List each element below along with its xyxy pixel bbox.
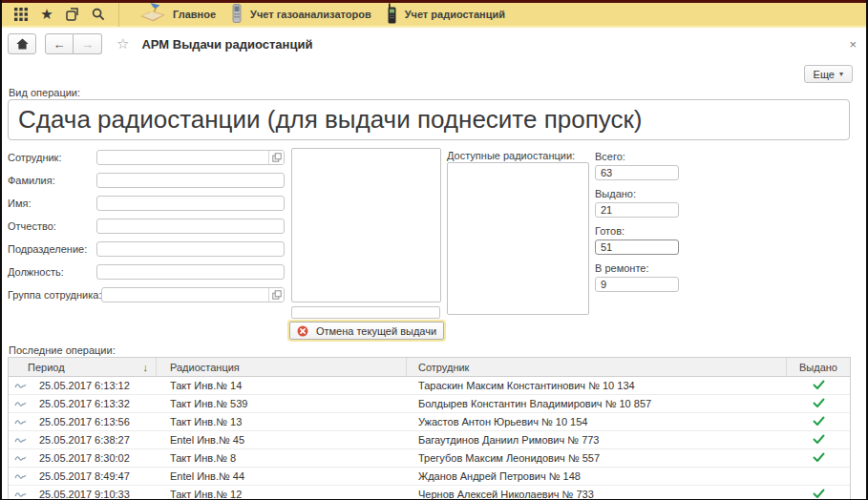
section-tab-gas-analyzers[interactable]: Учет газоанализаторов: [231, 3, 371, 26]
field-label: Фамилия:: [8, 175, 96, 186]
cell-issued: [787, 416, 850, 428]
last-operations-label: Последние операции:: [9, 344, 116, 356]
operation-kind-field[interactable]: Сдача радиостанции (для выдачи поднесите…: [8, 99, 850, 140]
cell-period: 25.05.2017 6:13:12: [9, 380, 157, 391]
cancel-red-icon: [297, 325, 308, 337]
field-input[interactable]: [96, 219, 285, 234]
register-record-icon: [14, 490, 27, 499]
counter-label: Готов:: [595, 225, 679, 237]
counters-panel: Всего: 63 Выдано: 21 Готов: 51 В ремонте…: [595, 151, 679, 300]
field-label: Группа сотрудника:: [8, 289, 101, 301]
table-row[interactable]: 25.05.2017 8:49:47 Entel Инв.№ 44 Жданов…: [9, 468, 850, 486]
search-icon[interactable]: [87, 4, 110, 25]
column-header-period[interactable]: Период ↓: [9, 358, 157, 376]
section-label-gas-analyzers: Учет газоанализаторов: [250, 9, 371, 20]
employee-form: Сотрудник: Фамилия: Имя: Отчество:: [8, 149, 285, 309]
register-record-icon: [14, 399, 27, 408]
section-label-radios: Учет радиостанций: [405, 9, 505, 20]
issued-check-icon: [813, 398, 825, 410]
table-row[interactable]: 25.05.2017 6:13:12 Такт Инв.№ 14 Тараски…: [9, 377, 850, 395]
forward-button[interactable]: →: [74, 33, 102, 54]
field-input[interactable]: [96, 196, 285, 211]
grid-menu-icon[interactable]: [10, 4, 32, 25]
field-input[interactable]: [96, 173, 285, 188]
column-header-employee[interactable]: Сотрудник: [407, 358, 787, 376]
toolbar-separator: [118, 2, 119, 27]
counter-value-field[interactable]: 51: [595, 240, 679, 255]
section-tab-main[interactable]: Главное: [138, 2, 216, 26]
cancel-current-issue-button[interactable]: Отмена текущей выдачи: [289, 322, 444, 340]
counter-label: В ремонте:: [595, 262, 679, 274]
cell-employee: Жданов Андрей Петрович № 148: [407, 470, 787, 482]
cell-station: Entel Инв.№ 44: [157, 470, 407, 482]
sort-descending-icon: ↓: [143, 362, 149, 373]
table-row[interactable]: 25.05.2017 6:38:27 Entel Инв.№ 45 Багаут…: [9, 431, 850, 449]
favorite-star-icon[interactable]: ☆: [116, 35, 129, 52]
field-label: Должность:: [8, 266, 96, 278]
field-input[interactable]: [96, 241, 285, 257]
field-value: [97, 265, 284, 279]
counter-value-field[interactable]: 9: [595, 277, 679, 292]
sections-toolbar: ★ Главное: [2, 2, 866, 28]
field-label: Отчество:: [8, 220, 96, 232]
scan-input[interactable]: [291, 306, 440, 319]
field-input[interactable]: [96, 264, 285, 280]
column-header-issued[interactable]: Выдано: [787, 358, 850, 376]
issued-check-icon: [813, 452, 825, 465]
window-left-edge: [0, 0, 2, 500]
close-icon[interactable]: ×: [847, 37, 858, 52]
cell-period: 25.05.2017 6:38:27: [9, 434, 157, 446]
issued-check-icon: [813, 380, 825, 392]
more-button[interactable]: Еще ▾: [804, 65, 853, 83]
available-radios-listbox[interactable]: [447, 162, 589, 315]
section-label-main: Главное: [173, 9, 216, 20]
cancel-button-label: Отмена текущей выдачи: [316, 325, 436, 337]
favorites-star-icon[interactable]: ★: [35, 4, 58, 25]
choice-button-icon[interactable]: [268, 288, 284, 302]
back-button[interactable]: ←: [45, 33, 74, 54]
counter-value-field[interactable]: 63: [595, 165, 679, 180]
section-tab-radios[interactable]: Учет радиостанций: [387, 3, 505, 26]
table-row[interactable]: 25.05.2017 6:13:32 Такт Инв.№ 539 Болдыр…: [9, 395, 850, 413]
form-field-row: Группа сотрудника:: [8, 286, 285, 302]
available-radios-label: Доступные радиостанции:: [447, 150, 575, 161]
back-arrow-icon: ←: [53, 38, 66, 51]
table-row[interactable]: 25.05.2017 9:10:33 Такт Инв.№ 12 Чернов …: [9, 486, 850, 500]
field-value: [97, 242, 284, 256]
counter-label: Выдано:: [595, 188, 679, 199]
navigation-bar: ← → ☆ АРМ Выдачи радиостанций ×: [8, 32, 858, 55]
issued-radios-listbox[interactable]: [291, 148, 441, 302]
field-label: Сотрудник:: [8, 152, 96, 163]
home-button[interactable]: [8, 33, 36, 54]
radio-icon: [387, 3, 397, 26]
register-record-icon: [14, 417, 27, 427]
cell-station: Entel Инв.№ 45: [157, 434, 407, 446]
window-top-edge: [0, 0, 868, 3]
field-value: [97, 219, 284, 233]
cell-employee: Ужастов Антон Юрьевич № 10 154: [407, 416, 787, 427]
table-row[interactable]: 25.05.2017 8:30:02 Такт Инв.№ 8 Трегубов…: [9, 449, 850, 468]
cell-issued: [787, 398, 850, 410]
counter: В ремонте: 9: [595, 262, 679, 292]
counter: Готов: 51: [595, 225, 679, 255]
cell-employee: Тараскин Максим Константинович № 10 134: [407, 380, 787, 391]
gas-analyzer-icon: [231, 3, 243, 26]
column-header-station[interactable]: Радиостанция: [157, 358, 407, 376]
counter-value-field[interactable]: 21: [595, 202, 679, 218]
cell-period: 25.05.2017 8:49:47: [9, 470, 157, 482]
history-icon[interactable]: [61, 4, 84, 25]
field-input[interactable]: [101, 287, 285, 302]
form-field-row: Подразделение:: [8, 240, 285, 257]
field-label: Имя:: [8, 198, 96, 209]
page-title: АРМ Выдачи радиостанций: [141, 37, 312, 52]
counter: Выдано: 21: [595, 188, 679, 218]
choice-button-icon[interactable]: [268, 151, 284, 164]
operation-kind-label: Вид операции:: [9, 87, 80, 98]
cell-employee: Болдырев Константин Владимирович № 10 85…: [407, 398, 787, 409]
counter: Всего: 63: [595, 151, 679, 180]
field-input[interactable]: [96, 150, 285, 165]
register-record-icon: [14, 471, 27, 481]
table-row[interactable]: 25.05.2017 6:13:56 Такт Инв.№ 13 Ужастов…: [9, 413, 850, 431]
forward-arrow-icon: →: [81, 38, 94, 51]
cell-period: 25.05.2017 6:13:56: [9, 416, 157, 427]
